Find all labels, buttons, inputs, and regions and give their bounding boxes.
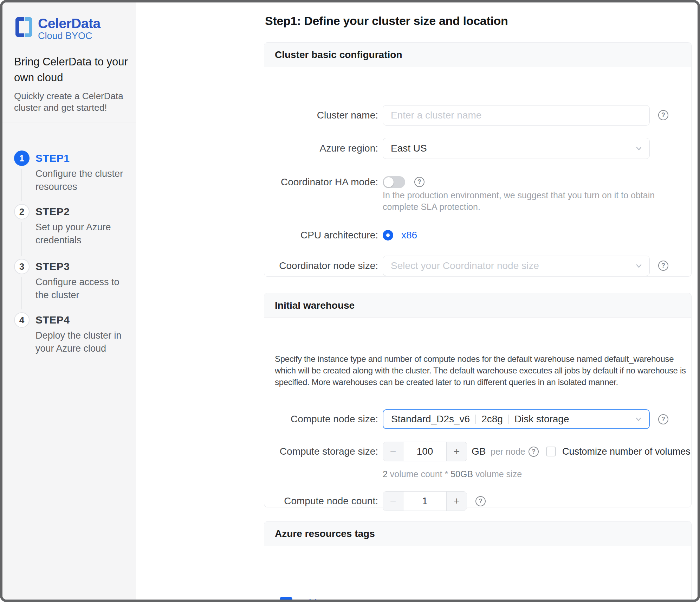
step-2-description: Set up your Azure credentials: [35, 221, 125, 247]
step-item-3[interactable]: 3 STEP3 Configure access to the cluster: [14, 259, 125, 302]
initial-warehouse-card: Initial warehouse Specify the instance t…: [264, 293, 692, 507]
azure-region-select[interactable]: East US: [383, 138, 650, 159]
compute-node-size-select[interactable]: Standard_D2s_v6 2c8g Disk storage: [383, 409, 650, 429]
step-1-badge: 1: [14, 150, 30, 166]
customize-volumes-checkbox[interactable]: [546, 447, 556, 456]
step-1-description: Configure the cluster resources: [35, 167, 125, 193]
separator: [475, 415, 476, 424]
cpu-x86-radio[interactable]: [383, 230, 393, 241]
per-node-help-icon[interactable]: [529, 447, 539, 457]
radio-dot: [386, 233, 390, 237]
coordinator-node-size-label: Coordinator node size:: [271, 256, 378, 276]
chevron-down-icon: [634, 261, 644, 271]
storage-increase-button[interactable]: [446, 442, 467, 461]
node-size-spec: 2c8g: [481, 414, 503, 425]
compute-storage-size-input[interactable]: [403, 442, 446, 461]
chevron-down-icon: [634, 414, 643, 424]
customize-volumes-label[interactable]: Customize number of volumes: [562, 442, 691, 461]
compute-node-size-label: Compute node size:: [271, 409, 378, 429]
step-4-description: Deploy the cluster in your Azure cloud: [35, 329, 125, 355]
compute-node-size-help-icon[interactable]: [658, 414, 668, 424]
compute-storage-size-stepper: [383, 442, 467, 461]
coordinator-ha-help-icon[interactable]: [414, 177, 424, 187]
step-connector: [21, 222, 22, 256]
coordinator-ha-hint: In the production environment, we sugges…: [383, 190, 662, 213]
logo-bracket-left: [15, 17, 24, 37]
step-1-label: STEP1: [35, 150, 125, 166]
azure-region-label: Azure region:: [271, 138, 378, 159]
volume-hint-text: volume count *: [388, 469, 451, 479]
step-4-label: STEP4: [35, 312, 125, 328]
step-connector: [21, 277, 22, 309]
cpu-architecture-label: CPU architecture:: [271, 229, 378, 242]
card-header-basic-config: Cluster basic configuration: [264, 43, 691, 67]
coordinator-node-size-help-icon[interactable]: [658, 261, 668, 271]
cluster-name-input[interactable]: [383, 105, 650, 126]
brand-name: CelerData: [38, 17, 101, 30]
cluster-name-label: Cluster name:: [271, 105, 378, 126]
sidebar-heading: Bring CelerData to your own cloud: [14, 54, 132, 85]
coordinator-ha-label: Coordinator HA mode:: [271, 174, 378, 191]
add-tag-button[interactable]: Add tag: [299, 597, 334, 602]
step-item-2[interactable]: 2 STEP2 Set up your Azure credentials: [14, 204, 125, 247]
toggle-knob: [384, 177, 394, 187]
azure-resources-tags-card: Azure resources tags Add tag Automatical…: [264, 521, 692, 602]
per-node-label: per node: [491, 442, 525, 461]
add-tag-plus-icon[interactable]: [280, 597, 292, 602]
logo: CelerData Cloud BYOC: [15, 17, 101, 41]
cpu-x86-option-label[interactable]: x86: [401, 230, 417, 241]
storage-decrease-button[interactable]: [383, 442, 403, 461]
chevron-down-icon: [634, 143, 644, 153]
node-count-decrease-button[interactable]: [383, 492, 403, 511]
logo-bracket-right: [25, 17, 32, 37]
sidebar-divider: [2, 122, 136, 122]
card-header-initial-warehouse: Initial warehouse: [264, 293, 691, 318]
step-3-description: Configure access to the cluster: [35, 276, 125, 302]
node-size-instance: Standard_D2s_v6: [391, 414, 470, 425]
product-name: Cloud BYOC: [38, 31, 101, 41]
initial-warehouse-description: Specify the instance type and number of …: [275, 353, 691, 388]
step-4-badge: 4: [14, 312, 30, 328]
volume-size-value: 50GB: [451, 469, 473, 479]
coordinator-node-size-select[interactable]: Select your Coordinator node size: [383, 256, 650, 276]
sidebar: CelerData Cloud BYOC Bring CelerData to …: [2, 2, 136, 600]
celerdata-logo-icon: [15, 17, 33, 38]
step-2-badge: 2: [14, 204, 30, 219]
storage-unit-label: GB: [472, 442, 486, 461]
volume-hint: 2 volume count * 50GB volume size: [383, 468, 629, 480]
step-connector: [21, 169, 22, 201]
step-2-label: STEP2: [35, 204, 125, 219]
compute-node-count-input[interactable]: [403, 492, 446, 511]
volume-hint-suffix: volume size: [473, 469, 522, 479]
card-header-azure-tags: Azure resources tags: [264, 521, 691, 546]
step-3-label: STEP3: [35, 259, 125, 274]
node-count-help-icon[interactable]: [475, 496, 486, 506]
coordinator-node-size-placeholder: Select your Coordinator node size: [391, 260, 539, 271]
page-title: Step1: Define your cluster size and loca…: [265, 14, 508, 28]
azure-region-value: East US: [391, 143, 427, 154]
separator: [508, 415, 509, 424]
step-item-4[interactable]: 4 STEP4 Deploy the cluster in your Azure…: [14, 312, 125, 355]
compute-node-count-label: Compute node count:: [271, 491, 378, 511]
compute-node-count-stepper: [383, 491, 467, 511]
compute-storage-size-label: Compute storage size:: [271, 442, 378, 461]
node-size-storage-type: Disk storage: [514, 414, 569, 425]
volume-count-value: 2: [383, 469, 388, 479]
sidebar-subheading: Quickly create a CelerData cluster and g…: [14, 90, 128, 114]
step-item-1[interactable]: 1 STEP1 Configure the cluster resources: [14, 150, 125, 193]
step-3-badge: 3: [14, 259, 30, 274]
app-window: CelerData Cloud BYOC Bring CelerData to …: [0, 0, 700, 602]
coordinator-ha-toggle[interactable]: [383, 176, 405, 188]
node-count-increase-button[interactable]: [446, 492, 467, 511]
cluster-basic-configuration-card: Cluster basic configuration Cluster name…: [264, 42, 692, 277]
cluster-name-help-icon[interactable]: [658, 110, 668, 120]
